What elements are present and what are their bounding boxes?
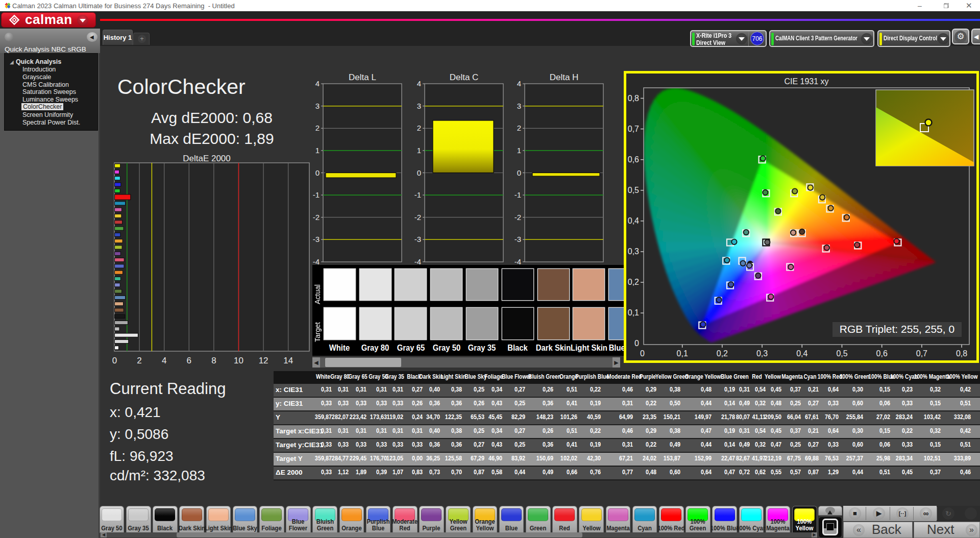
svg-text:0,5: 0,5 (836, 349, 847, 358)
svg-text:0,8: 0,8 (956, 349, 967, 358)
svg-text:0,6: 0,6 (876, 349, 888, 358)
svg-text:0,7: 0,7 (916, 349, 927, 358)
svg-text:0,6: 0,6 (628, 155, 639, 164)
svg-text:0,2: 0,2 (628, 278, 639, 286)
svg-text:0,4: 0,4 (628, 216, 639, 225)
svg-text:CIE 1931 xy: CIE 1931 xy (784, 77, 828, 86)
svg-text:0,4: 0,4 (796, 349, 807, 358)
svg-text:0: 0 (640, 349, 645, 358)
svg-text:0,8: 0,8 (628, 94, 639, 103)
svg-text:0,7: 0,7 (628, 125, 639, 133)
svg-text:0,1: 0,1 (677, 349, 688, 358)
svg-text:0,5: 0,5 (628, 186, 639, 194)
svg-text:0,1: 0,1 (628, 308, 639, 317)
svg-text:0,2: 0,2 (717, 349, 728, 358)
svg-text:0,3: 0,3 (756, 349, 768, 358)
svg-text:0,3: 0,3 (628, 247, 639, 256)
svg-text:0: 0 (634, 339, 639, 348)
